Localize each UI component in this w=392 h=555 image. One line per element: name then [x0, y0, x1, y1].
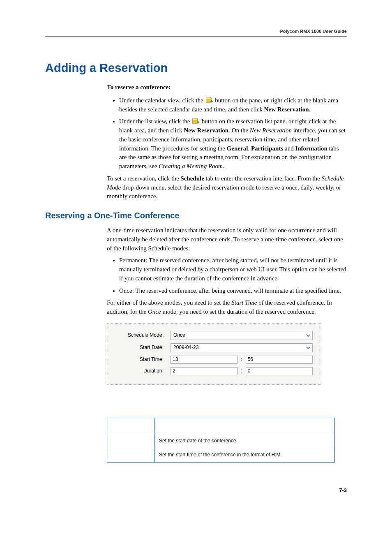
new-reservation-icon	[192, 118, 199, 124]
table-cell-desc: Set the start time of the conference in …	[155, 448, 335, 462]
start-time-min-input[interactable]: 56	[246, 356, 313, 364]
para-modes-d: Once	[148, 308, 161, 315]
table-cell-param	[107, 448, 155, 462]
page-title: Adding a Reservation	[45, 61, 347, 75]
bullet1-bold-end: New Reservation	[264, 106, 309, 113]
start-time-hour-value: 13	[173, 356, 178, 363]
para-set-e: drop-down menu, select the desired reser…	[107, 184, 341, 200]
bullet2-pre: Under the list view, click the	[119, 118, 191, 125]
table-header-desc	[155, 418, 335, 434]
table-header-param	[107, 418, 155, 434]
table-cell-desc: Set the start date of the conference.	[155, 434, 335, 448]
bullet2-bold3: Participants	[251, 145, 283, 152]
chevron-down-icon	[305, 332, 311, 339]
bullet2-ital1: New Reservation	[250, 127, 292, 134]
table-row: Set the start date of the conference.	[107, 434, 335, 448]
table-cell-param	[107, 434, 155, 448]
bullet1-period: .	[309, 106, 311, 113]
bullet1-pre: Under the calendar view, click the	[119, 97, 205, 104]
duration-hour-value: 2	[173, 368, 175, 375]
header-rule	[45, 36, 347, 37]
page-number: 7-3	[45, 487, 347, 493]
duration-hour-input[interactable]: 2	[171, 367, 238, 375]
schedule-form: Schedule Mode : Once Start Date : 2009-0…	[107, 323, 321, 385]
svg-rect-3	[211, 100, 212, 102]
parameter-table: Set the start date of the conference. Se…	[107, 418, 335, 462]
bullet2-ital2: Creating a Meeting Room	[159, 163, 223, 169]
chevron-down-icon	[305, 345, 311, 351]
para-set-reservation: To set a reservation, click the Schedule…	[107, 174, 347, 201]
table-row: Set the start time of the conference in …	[107, 448, 335, 462]
onetime-intro: A one-time reservation indicates that th…	[107, 226, 347, 253]
para-modes-b: Start Time	[231, 299, 257, 306]
svg-rect-7	[198, 121, 198, 123]
bullet2-bold1: New Reservation	[184, 127, 228, 134]
colon: :	[239, 356, 244, 363]
schedule-mode-label: Schedule Mode :	[115, 332, 171, 339]
start-date-label: Start Date :	[115, 344, 171, 351]
header-guide-title: Polycom RMX 1000 User Guide	[45, 29, 347, 34]
subheading: Reserving a One-Time Conference	[45, 211, 347, 220]
start-time-label: Start Time :	[115, 356, 171, 363]
intro-line: To reserve a conference:	[107, 83, 347, 92]
bullet2-sep1: ,	[248, 145, 251, 152]
table-header-row	[107, 418, 335, 434]
bullet2-period: .	[223, 163, 224, 169]
bullet-list-view: Under the list view, click the button on…	[119, 117, 347, 171]
para-modes: For either of the above modes, you need …	[107, 298, 347, 317]
bullet2-mid4: and	[283, 145, 295, 152]
para-set-a: To set a reservation, click the	[107, 175, 180, 182]
start-time-min-value: 56	[248, 356, 253, 363]
para-set-c: tab to enter the reservation interface. …	[204, 175, 322, 182]
duration-label: Duration :	[115, 368, 171, 375]
bullet-calendar-view: Under the calendar view, click the butto…	[119, 96, 347, 114]
para-set-b: Schedule	[180, 175, 204, 182]
start-date-value: 2009-04-23	[173, 344, 198, 351]
duration-min-value: 0	[248, 368, 251, 375]
duration-min-input[interactable]: 0	[246, 367, 313, 375]
start-time-hour-input[interactable]: 13	[171, 356, 238, 364]
schedule-mode-value: Once	[173, 332, 185, 339]
para-modes-e: mode, you need to set the duration of th…	[161, 308, 316, 315]
svg-rect-1	[206, 98, 211, 99]
schedule-mode-select[interactable]: Once	[171, 331, 313, 340]
bullet2-bold4: Information	[295, 145, 327, 152]
bullet-once: Once: The reserved conference, after bei…	[119, 287, 347, 296]
colon: :	[239, 368, 244, 375]
start-date-select[interactable]: 2009-04-23	[171, 343, 313, 352]
bullet2-bold2: General	[227, 145, 248, 152]
bullet-permanent: Permanent: The reserved conference, afte…	[119, 256, 347, 283]
svg-rect-5	[193, 119, 197, 120]
new-reservation-icon	[206, 97, 213, 103]
bullet2-mid2: . On the	[228, 127, 250, 134]
para-modes-a: For either of the above modes, you need …	[107, 299, 231, 306]
